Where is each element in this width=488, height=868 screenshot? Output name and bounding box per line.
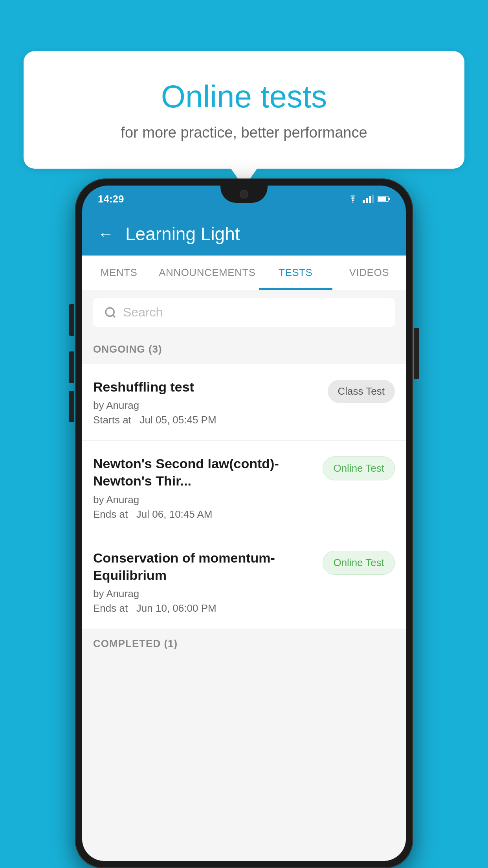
svg-rect-5: [378, 197, 386, 201]
search-icon: [104, 306, 117, 319]
test-info-1: Reshuffling test by Anurag Starts at Jul…: [93, 378, 320, 426]
tab-videos[interactable]: VIDEOS: [332, 256, 406, 290]
ongoing-label: ONGOING (3): [93, 343, 162, 355]
test-info-2: Newton's Second law(contd)-Newton's Thir…: [93, 455, 315, 520]
svg-rect-0: [363, 200, 365, 203]
svg-line-8: [113, 315, 115, 317]
phone-outer: 14:29: [75, 178, 413, 868]
tabs-row: MENTS ANNOUNCEMENTS TESTS VIDEOS: [82, 256, 406, 290]
svg-point-7: [106, 308, 114, 316]
status-bar: 14:29: [82, 186, 406, 212]
test-time-1: Starts at Jul 05, 05:45 PM: [93, 414, 320, 426]
tests-list: Reshuffling test by Anurag Starts at Jul…: [82, 364, 406, 629]
tab-tests[interactable]: TESTS: [259, 256, 332, 290]
test-badge-3: Online Test: [323, 551, 395, 575]
screen-content: MENTS ANNOUNCEMENTS TESTS VIDEOS: [82, 256, 406, 861]
test-author-2: by Anurag: [93, 494, 315, 506]
test-info-3: Conservation of momentum-Equilibrium by …: [93, 549, 315, 614]
battery-icon: [378, 195, 390, 202]
app-title: Learning Light: [125, 223, 240, 245]
test-name-3: Conservation of momentum-Equilibrium: [93, 549, 315, 584]
test-badge-1: Class Test: [328, 380, 395, 403]
svg-rect-3: [372, 195, 374, 203]
app-header: ← Learning Light: [82, 212, 406, 256]
camera: [240, 190, 248, 199]
phone-screen: 14:29: [82, 186, 406, 861]
ongoing-section-header: ONGOING (3): [82, 335, 406, 364]
search-box[interactable]: Search: [93, 298, 395, 327]
test-item-newton[interactable]: Newton's Second law(contd)-Newton's Thir…: [82, 441, 406, 535]
speech-bubble: Online tests for more practice, better p…: [24, 51, 464, 169]
test-item-reshuffling[interactable]: Reshuffling test by Anurag Starts at Jul…: [82, 364, 406, 441]
notch: [220, 186, 268, 203]
status-time: 14:29: [98, 193, 124, 205]
signal-icon: [363, 195, 374, 203]
status-icons: [347, 195, 390, 203]
bubble-title: Online tests: [55, 79, 433, 115]
svg-rect-1: [366, 198, 368, 203]
test-badge-2: Online Test: [323, 456, 395, 480]
wifi-icon: [347, 195, 359, 203]
search-container: Search: [82, 290, 406, 335]
completed-section-header: COMPLETED (1): [82, 629, 406, 658]
test-name-2: Newton's Second law(contd)-Newton's Thir…: [93, 455, 315, 489]
test-name-1: Reshuffling test: [93, 378, 320, 395]
phone-device: 14:29: [75, 178, 413, 868]
search-placeholder: Search: [123, 305, 163, 320]
test-author-3: by Anurag: [93, 588, 315, 600]
tab-ments[interactable]: MENTS: [82, 256, 156, 290]
test-time-2: Ends at Jul 06, 10:45 AM: [93, 508, 315, 520]
completed-label: COMPLETED (1): [93, 638, 178, 649]
svg-rect-2: [369, 196, 371, 203]
test-time-3: Ends at Jun 10, 06:00 PM: [93, 602, 315, 614]
back-button[interactable]: ←: [98, 226, 114, 242]
bubble-subtitle: for more practice, better performance: [55, 124, 433, 141]
test-item-conservation[interactable]: Conservation of momentum-Equilibrium by …: [82, 535, 406, 629]
promo-section: Online tests for more practice, better p…: [24, 51, 464, 169]
svg-rect-6: [389, 198, 390, 200]
test-author-1: by Anurag: [93, 399, 320, 412]
tab-announcements[interactable]: ANNOUNCEMENTS: [156, 256, 259, 290]
